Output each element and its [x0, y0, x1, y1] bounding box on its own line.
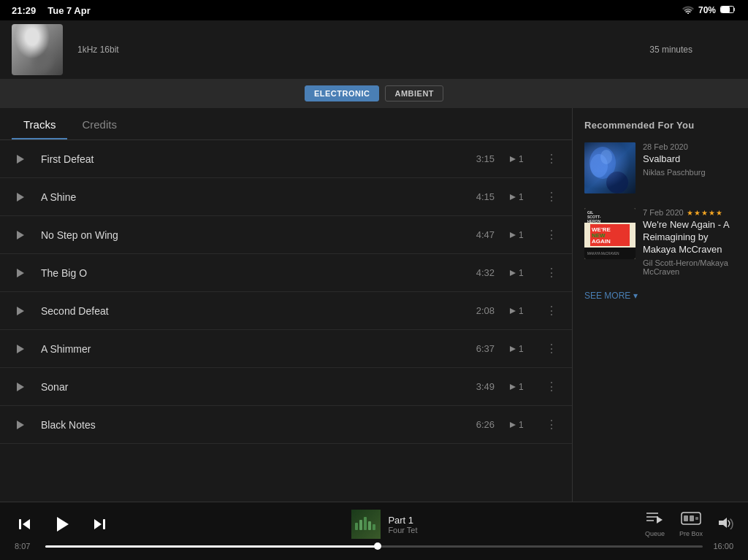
track-duration: 4:15	[469, 191, 495, 202]
track-more-button[interactable]: ⋮	[543, 149, 560, 169]
track-play-icon	[12, 264, 29, 282]
svg-point-12	[590, 154, 608, 177]
rec-art-wna: GIL SCOTT- HERON WE'RE NEW AGAIN MAKAYA …	[584, 208, 636, 259]
now-playing-title: Part 1	[388, 515, 417, 526]
svg-rect-34	[359, 520, 362, 530]
track-duration: 2:08	[469, 305, 495, 316]
track-row[interactable]: Black Notes 6:26 1 ⋮	[0, 406, 572, 444]
now-playing-art	[351, 510, 381, 539]
track-row[interactable]: Sonar 3:49 1 ⋮	[0, 368, 572, 406]
svg-marker-5	[510, 270, 516, 276]
track-row[interactable]: The Big O 4:32 1 ⋮	[0, 254, 572, 292]
current-time: 8:07	[15, 542, 38, 551]
rec-item-2[interactable]: GIL SCOTT- HERON WE'RE NEW AGAIN MAKAYA …	[584, 208, 736, 276]
track-duration: 6:37	[469, 343, 495, 354]
svg-rect-36	[368, 521, 371, 530]
genre-tag-electronic[interactable]: ELECTRONIC	[305, 85, 380, 101]
volume-icon	[717, 516, 733, 533]
rec-item-1[interactable]: 28 Feb 2020 Svalbard Niklas Paschburg	[584, 142, 736, 193]
battery-percent: 70%	[698, 5, 716, 15]
track-play-icon	[12, 340, 29, 358]
main-content: Tracks Credits First Defeat 3:15 1 ⋮	[0, 108, 748, 502]
queue-button[interactable]: Queue	[645, 512, 665, 537]
track-more-button[interactable]: ⋮	[543, 263, 560, 283]
tab-credits[interactable]: Credits	[70, 108, 129, 139]
svg-text:MAKAYA McCRAVEN: MAKAYA McCRAVEN	[587, 252, 619, 256]
chevron-down-icon: ▾	[633, 291, 638, 301]
tab-tracks[interactable]: Tracks	[12, 108, 67, 139]
rec-info-2: 7 Feb 2020 ★★★★★ We're New Again - A Rei…	[643, 208, 736, 276]
svg-rect-35	[364, 517, 367, 530]
svg-marker-41	[657, 516, 663, 523]
track-more-button[interactable]: ⋮	[543, 225, 560, 245]
track-row[interactable]: First Defeat 3:15 1 ⋮	[0, 140, 572, 178]
track-name: Sonar	[41, 381, 469, 393]
rec-artist-1: Niklas Paschburg	[643, 168, 736, 177]
now-playing-track: Part 1 Four Tet	[124, 510, 645, 539]
album-duration: 35 minutes	[649, 45, 692, 55]
album-area: 1kHz 16bit 35 minutes	[0, 20, 748, 79]
track-more-button[interactable]: ⋮	[543, 187, 560, 207]
svg-rect-10	[584, 142, 636, 193]
rec-stars-2: ★★★★★	[687, 209, 723, 217]
svg-marker-6	[510, 308, 516, 314]
queue-label: Queue	[645, 530, 665, 537]
svg-marker-3	[510, 194, 516, 200]
track-more-button[interactable]: ⋮	[543, 415, 560, 434]
album-art	[12, 24, 63, 75]
track-more-button[interactable]: ⋮	[543, 301, 560, 321]
svg-text:AGAIN: AGAIN	[592, 238, 611, 245]
track-play-icon	[12, 188, 29, 206]
play-button[interactable]	[50, 512, 75, 537]
recommended-title: Recommended For You	[584, 120, 736, 131]
genre-tag-ambient[interactable]: AMBIENT	[385, 85, 443, 101]
svg-marker-30	[94, 519, 102, 529]
track-row[interactable]: A Shine 4:15 1 ⋮	[0, 178, 572, 216]
track-row[interactable]: Second Defeat 2:08 1 ⋮	[0, 292, 572, 330]
track-plays: 1	[509, 154, 531, 164]
track-list: First Defeat 3:15 1 ⋮ A Shine 4:15 1 ⋮	[0, 140, 572, 444]
recommended-panel: Recommended For You	[573, 108, 748, 502]
track-name: The Big O	[41, 267, 469, 279]
track-plays: 1	[509, 382, 531, 392]
svg-marker-2	[510, 156, 516, 162]
album-bitrate: 1kHz 16bit	[77, 45, 119, 55]
battery-icon	[720, 5, 736, 16]
track-name: First Defeat	[41, 153, 469, 165]
transport-controls	[15, 512, 110, 537]
rec-info-1: 28 Feb 2020 Svalbard Niklas Paschburg	[643, 142, 736, 193]
track-more-button[interactable]: ⋮	[543, 377, 560, 396]
track-row[interactable]: No Step on Wing 4:47 1 ⋮	[0, 216, 572, 254]
rec-artist-2: Gil Scott-Heron/Makaya McCraven	[643, 258, 736, 276]
track-plays: 1	[509, 230, 531, 240]
prev-button[interactable]	[15, 514, 35, 534]
prebox-button[interactable]: Pre Box	[679, 512, 703, 537]
track-more-button[interactable]: ⋮	[543, 339, 560, 358]
progress-track[interactable]	[45, 545, 703, 548]
track-row[interactable]: A Shimmer 6:37 1 ⋮	[0, 330, 572, 368]
svg-marker-27	[23, 519, 30, 529]
tabs-bar: Tracks Credits	[0, 108, 572, 140]
track-plays: 1	[509, 306, 531, 316]
track-name: Black Notes	[41, 419, 469, 431]
track-name: Second Defeat	[41, 305, 469, 317]
svg-point-11	[589, 147, 616, 179]
queue-icon	[646, 512, 663, 529]
status-date: Tue 7 Apr	[47, 5, 91, 16]
svg-rect-44	[690, 515, 694, 521]
right-controls: Queue Pre Box	[645, 512, 733, 537]
now-playing-info: Part 1 Four Tet	[388, 515, 417, 534]
volume-button[interactable]	[717, 516, 733, 533]
tracks-panel: Tracks Credits First Defeat 3:15 1 ⋮	[0, 108, 573, 502]
prebox-label: Pre Box	[679, 530, 703, 537]
track-play-icon	[12, 150, 29, 168]
see-more-button[interactable]: SEE MORE ▾	[584, 291, 736, 301]
svg-rect-26	[19, 519, 21, 529]
track-play-icon	[12, 378, 29, 396]
next-button[interactable]	[89, 514, 110, 534]
progress-thumb	[374, 542, 381, 550]
svg-point-14	[606, 172, 628, 193]
svg-rect-45	[695, 517, 698, 520]
total-time: 16:00	[710, 542, 733, 551]
svg-marker-4	[510, 232, 516, 238]
